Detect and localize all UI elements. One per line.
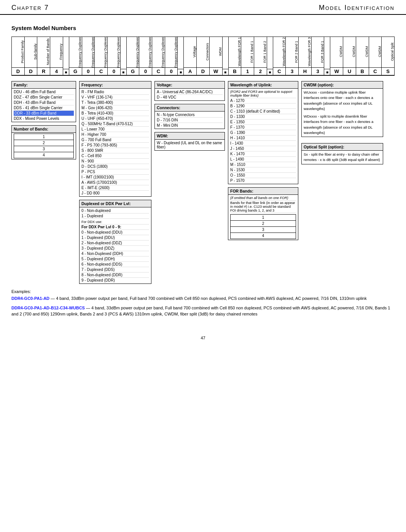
page-footer: 47 xyxy=(0,332,406,344)
page-header: Chapter 7 Model Identification xyxy=(0,0,406,15)
frequency-box-header: Frequency: xyxy=(80,81,151,89)
family-row-ddu: DDU - 46 dBm Full Band xyxy=(14,89,74,95)
wavelength-uplink-box: Wavelength of Uplink: (FOR2 and FOR3 are… xyxy=(228,81,298,184)
diagram-col-freq-dup8: Frequency Duplexed 0 xyxy=(165,37,178,75)
diagram-sep2: ■ xyxy=(121,37,127,75)
family-row-dds: DDS - 41 dBm Single Carrier xyxy=(14,105,74,111)
diagram-col-optical-split: Optical Split S xyxy=(382,37,394,75)
voltage-box-header: Voltage: xyxy=(155,81,224,89)
frequency-box: Frequency: R - FM Radio V - VHF (136-174… xyxy=(79,81,151,197)
connectors-box: Connectors: N - N-type Connectors D - 7/… xyxy=(154,104,225,129)
wdm-box: WDM: W - Duplexed (UL and DL on the same… xyxy=(154,132,225,151)
model-id-title: Model Identification xyxy=(319,4,395,12)
examples-section: Examples: DDR4-GC0-PA1-AD — 4 band, 33dB… xyxy=(11,289,395,317)
family-row-ddz: DDZ - 47 dBm Single Carrier xyxy=(14,95,74,100)
family-row-ddx: DDX - Mixed Power Levels xyxy=(14,116,74,121)
wavelength-uplink-header: Wavelength of Uplink: xyxy=(228,81,298,89)
family-box-content: DDU - 46 dBm Full Band DDZ - 47 dBm Sing… xyxy=(12,89,76,122)
examples-label: Examples: xyxy=(11,289,395,294)
voltage-box-content: A - Universal AC (86-264 AC/DC) D - 48 V… xyxy=(155,89,224,100)
connectors-box-content: N - N-type Connectors D - 7/16 DIN M - M… xyxy=(155,111,224,129)
diagram-col-freq1: Frequency 4 xyxy=(50,37,63,75)
cwdm-box-header: CWDM (option): xyxy=(302,81,383,89)
example-separator-1: — xyxy=(51,296,56,301)
diagram-col-freq-dup3: Frequency Duplexed C xyxy=(95,37,108,75)
wdm-box-header: WDM: xyxy=(155,132,224,140)
example-code-2: DDR4-GC0-PA1-AD-B12-C34-WUBCS xyxy=(11,306,85,310)
for-bands-box: FOR Bands: (if omitted than all bands on… xyxy=(228,187,298,240)
diagram-col-connectors: Connectors D xyxy=(197,37,210,75)
info-grid: Family: DDU - 46 dBm Full Band DDZ - 47 … xyxy=(11,81,395,284)
diagram-col-freq-dup6: Frequency Duplexed 0 xyxy=(139,37,152,75)
diagram-col-freq-dup7: Frequency Duplexed C xyxy=(152,37,165,75)
num-bands-table: 1 2 3 4 xyxy=(14,134,74,158)
diagram-col-num-bands: Number of Bands R xyxy=(37,37,50,75)
diagram-col-sub-family: Sub-family D xyxy=(25,37,38,75)
duplexed-box-header: Duplexed or DDX Pwr Lvl: xyxy=(80,200,151,207)
voltage-box: Voltage: A - Universal AC (86-264 AC/DC)… xyxy=(154,81,225,101)
diagram-sep3: ■ xyxy=(178,37,184,75)
example-item-2: DDR4-GC0-PA1-AD-B12-C34-WUBCS — 4 band, … xyxy=(11,305,395,317)
cwdm-box: CWDM (option): WUxxxx - combine multiple… xyxy=(301,81,383,137)
diagram-col-cwdm3: CWDM B xyxy=(356,37,369,75)
family-box: Family: DDU - 46 dBm Full Band DDZ - 47 … xyxy=(11,81,76,122)
diagram-col-voltage: Voltage A xyxy=(184,37,197,75)
example-desc-1: 4 band, 33dBm power output per band, Ful… xyxy=(56,296,367,301)
page-content: System Model Numbers Product Family D Su… xyxy=(0,15,406,328)
duplexed-box-content: 0 - Non-duplexed 1 - Duplexed For DDX us… xyxy=(80,207,151,284)
example-code-1: DDR4-GC0-PA1-AD xyxy=(11,296,49,301)
diagram-sep5: ■ xyxy=(267,37,273,75)
example-item-1: DDR4-GC0-PA1-AD — 4 band, 33dBm power ou… xyxy=(11,295,395,302)
diagram-col-product-family: Product Family D xyxy=(12,37,25,75)
num-bands-content: 1 2 3 4 xyxy=(12,133,76,159)
diagram-col-cwdm4: CWDM C xyxy=(369,37,382,75)
diagram-col-freq-dup5: Frequency Duplexed G xyxy=(127,37,140,75)
optical-split-box: Optical Split (option): Sx - split the f… xyxy=(301,143,383,164)
diagram-col-for2-band1: FOR 2 Band 1 3 xyxy=(286,37,299,75)
diagram-sep6: ■ xyxy=(324,37,330,75)
diagram-col-freq-dup2: Frequency Duplexed 0 xyxy=(82,37,95,75)
num-bands-box: Number of Bands: 1 2 3 4 xyxy=(11,125,76,159)
info-col-3: Voltage: A - Universal AC (86-264 AC/DC)… xyxy=(154,81,225,284)
for-bands-header: FOR Bands: xyxy=(228,188,298,195)
wdm-box-content: W - Duplexed (UL and DL on the same fibe… xyxy=(155,140,224,150)
diagram-col-wl-for1: Wavelength FOR 1 B xyxy=(229,37,242,75)
family-row-ddh: DDH - 43 dBm Full Band xyxy=(14,100,74,105)
info-col-1: Family: DDU - 46 dBm Full Band DDZ - 47 … xyxy=(11,81,76,284)
family-row-ddr: DDR - 33 dBm Full Band xyxy=(14,111,74,116)
diagram-col-for1-band1: FOR 1 Band 1 1 xyxy=(241,37,254,75)
wavelength-uplink-content: (FOR2 and FOR3 are optional to support m… xyxy=(228,89,298,184)
family-box-header: Family: xyxy=(12,81,76,89)
connectors-box-header: Connectors: xyxy=(155,104,224,111)
chapter-title: Chapter 7 xyxy=(11,4,49,12)
diagram-col-wl-for3: Wavelength FOR 3 H xyxy=(299,37,312,75)
info-col-5: CWDM (option): WUxxxx - combine multiple… xyxy=(301,81,383,284)
diagram-col-freq-dup1: Frequency Duplexed G xyxy=(69,37,82,75)
diagram-col-cwdm1: CWDM W xyxy=(330,37,343,75)
optical-split-box-header: Optical Split (option): xyxy=(302,143,383,151)
diagram-col-for1-band2: FOR 1 Band 2 2 xyxy=(254,37,267,75)
diagram-col-cwdm2: CWDM U xyxy=(343,37,356,75)
example-separator-2: — xyxy=(86,306,91,310)
model-diagram: Product Family D Sub-family D Number of … xyxy=(11,37,395,76)
for-bands-content: (if omitted than all bands on one FOR) B… xyxy=(228,195,298,240)
for-bands-table: 1 2 3 4 xyxy=(230,214,296,239)
num-bands-header: Number of Bands: xyxy=(12,126,76,133)
diagram-col-freq-dup4: Frequency Duplexed 0 xyxy=(108,37,121,75)
diagram-col-wdm: WDM W xyxy=(210,37,223,75)
cwdm-box-content: WUxxxx - combine multiple uplink fiber i… xyxy=(302,89,383,137)
frequency-box-content: R - FM Radio V - VHF (136-174) T - Tetra… xyxy=(80,89,151,196)
section-title: System Model Numbers xyxy=(11,25,395,31)
info-col-2: Frequency: R - FM Radio V - VHF (136-174… xyxy=(79,81,151,284)
optical-split-box-content: Sx - split the fiber at entry - to daisy… xyxy=(302,151,383,164)
duplexed-box: Duplexed or DDX Pwr Lvl: 0 - Non-duplexe… xyxy=(79,200,151,284)
diagram-sep1: ■ xyxy=(63,37,69,75)
info-col-4: Wavelength of Uplink: (FOR2 and FOR3 are… xyxy=(228,81,298,284)
diagram-col-for3-band1: FOR 3 Band 1 3 xyxy=(312,37,325,75)
diagram-col-wl-for2: Wavelength FOR 2 C xyxy=(273,37,286,75)
page-number: 47 xyxy=(201,336,205,340)
diagram-sep4: ■ xyxy=(223,37,229,75)
